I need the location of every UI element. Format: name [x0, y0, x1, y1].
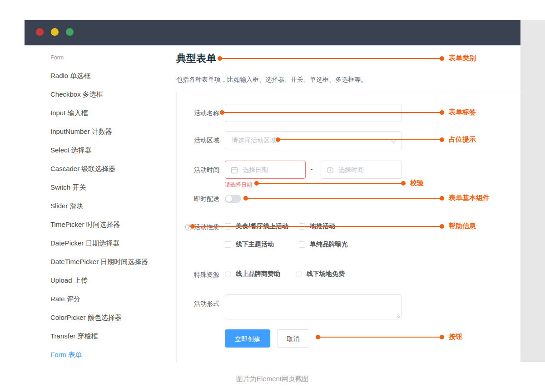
annotation-dot-icon [316, 335, 320, 339]
sidebar-item-transfer[interactable]: Transfer 穿梭框 [25, 327, 176, 345]
sidebar-item-switch[interactable]: Switch 开关 [25, 178, 176, 196]
sidebar-item-datepicker[interactable]: DatePicker 日期选择器 [25, 234, 176, 252]
validation-error-text: 请选择日期 [225, 181, 252, 189]
date-picker-placeholder: 选择日期 [243, 166, 268, 174]
sidebar-item-input[interactable]: Input 输入框 [25, 103, 176, 122]
field-label-instant-delivery: 即时配送 [177, 194, 219, 203]
checkbox-label: 单纯品牌曝光 [310, 240, 348, 249]
activity-region-placeholder: 请选择活动区域 [232, 137, 276, 145]
sidebar-nav: Radio 单选框 Checkbox 多选框 Input 输入框 InputNu… [25, 66, 176, 362]
annotation-help-info: 帮助信息 [193, 226, 442, 227]
sidebar-item-inputnumber[interactable]: InputNumber 计数器 [25, 122, 176, 141]
annotation-dot-icon [243, 196, 248, 201]
instant-delivery-switch[interactable] [225, 195, 241, 203]
annotation-label: 占位提示 [449, 135, 476, 144]
screenshot-stage: Form Radio 单选框 Checkbox 多选框 Input 输入框 In… [0, 0, 545, 392]
create-now-button[interactable]: 立即创建 [225, 329, 270, 348]
main-content: 典型表单 包括各种表单项，比如输入框、选择器、开关、单选框、多选框等。 活动名称… [176, 45, 520, 362]
annotation-label: 按钮 [449, 333, 462, 341]
annotation-dot-icon [440, 224, 444, 229]
sidebar-item-checkbox[interactable]: Checkbox 多选框 [25, 85, 176, 103]
zoom-window-icon[interactable] [66, 28, 74, 36]
radio-icon [296, 271, 302, 277]
activity-form-textarea-field[interactable] [225, 295, 401, 319]
image-caption: 图片为Element网页截图 [0, 375, 545, 383]
sidebar-item-form[interactable]: Form 表单 [25, 345, 176, 362]
sidebar-section-label: Form [50, 54, 64, 61]
annotation-form-label: 表单标签 [222, 112, 442, 113]
sidebar-item-radio[interactable]: Radio 单选框 [25, 66, 176, 85]
right-gray-margin [520, 20, 545, 362]
annotation-dot-icon [254, 181, 259, 186]
radio-offline-venue[interactable]: 线下场地免费 [296, 270, 345, 278]
date-picker-input[interactable]: 选择日期 [225, 161, 306, 179]
annotation-label: 表单标签 [449, 108, 476, 117]
clock-icon [327, 167, 334, 174]
time-picker-input[interactable]: 选择时间 [321, 161, 401, 179]
time-picker-placeholder: 选择时间 [338, 166, 364, 174]
sidebar: Form Radio 单选框 Checkbox 多选框 Input 输入框 In… [25, 45, 176, 362]
annotation-placeholder-hint: 占位提示 [278, 139, 442, 140]
radio-label: 线上品牌商赞助 [236, 270, 280, 278]
annotation-buttons: 按钮 [318, 337, 442, 338]
field-label-activity-time: 活动时间 [177, 165, 219, 174]
annotation-basic-component: 表单基本组件 [246, 198, 442, 199]
sidebar-item-datetimepicker[interactable]: DateTimePicker 日期时间选择器 [25, 252, 176, 271]
annotation-dot-icon [440, 137, 444, 142]
browser-window: Form Radio 单选框 Checkbox 多选框 Input 输入框 In… [25, 20, 520, 362]
activity-region-select[interactable]: 请选择活动区域 [225, 131, 401, 149]
sidebar-item-rate[interactable]: Rate 评分 [25, 289, 176, 308]
checkbox-icon [225, 241, 231, 248]
checkbox-icon [299, 241, 305, 248]
annotation-dot-icon [440, 335, 444, 339]
annotation-dot-icon [440, 196, 444, 201]
radio-online-sponsor[interactable]: 线上品牌商赞助 [225, 270, 280, 278]
annotation-label: 表单类别 [449, 54, 476, 63]
activity-form-textarea[interactable] [225, 294, 401, 319]
annotation-dot-icon [276, 137, 280, 142]
annotation-dot-icon [440, 110, 444, 115]
field-label-special-resource: 特殊资源 [177, 270, 219, 279]
minimize-window-icon[interactable] [51, 28, 59, 36]
close-window-icon[interactable] [36, 28, 44, 36]
annotation-label: 表单基本组件 [449, 194, 490, 202]
annotation-label: 帮助信息 [449, 222, 476, 230]
radio-label: 线下场地免费 [307, 270, 345, 278]
calendar-icon [231, 167, 238, 174]
sidebar-item-upload[interactable]: Upload 上传 [25, 271, 176, 289]
annotation-dot-icon [190, 224, 195, 229]
checkbox-offline-theme[interactable]: 线下主题活动 [225, 240, 274, 249]
annotation-form-category: 表单类别 [220, 58, 442, 59]
field-label-activity-nature: 活动性质 [177, 222, 219, 231]
sidebar-item-slider[interactable]: Slider 滑块 [25, 196, 176, 215]
activity-name-input[interactable] [225, 104, 401, 122]
field-label-activity-name: 活动名称 [177, 108, 219, 118]
checkbox-brand-exposure[interactable]: 单纯品牌曝光 [299, 240, 348, 249]
sidebar-item-colorpicker[interactable]: ColorPicker 颜色选择器 [25, 308, 176, 327]
checkbox-label: 线下主题活动 [236, 240, 274, 249]
annotation-dot-icon [218, 56, 222, 61]
switch-knob [226, 196, 232, 202]
cancel-button[interactable]: 取消 [277, 329, 309, 348]
annotation-dot-icon [440, 56, 444, 61]
sidebar-item-select[interactable]: Select 选择器 [25, 141, 176, 159]
sidebar-item-timepicker[interactable]: TimePicker 时间选择器 [25, 215, 176, 234]
annotation-dot-icon [220, 110, 224, 115]
chevron-down-icon [391, 137, 396, 142]
sidebar-item-cascader[interactable]: Cascader 级联选择器 [25, 159, 176, 178]
field-label-activity-region: 活动区域 [177, 136, 219, 145]
window-titlebar [25, 20, 520, 45]
radio-icon [225, 271, 231, 277]
annotation-label: 校验 [410, 179, 424, 187]
field-label-activity-form: 活动形式 [177, 299, 219, 308]
range-separator: - [311, 166, 313, 173]
activity-name-input-field[interactable] [232, 104, 395, 122]
page-subtitle: 包括各种表单项，比如输入框、选择器、开关、单选框、多选框等。 [176, 76, 367, 84]
page-title: 典型表单 [176, 52, 216, 65]
annotation-dot-icon [401, 181, 406, 186]
annotation-validation: 校验 [257, 183, 403, 184]
